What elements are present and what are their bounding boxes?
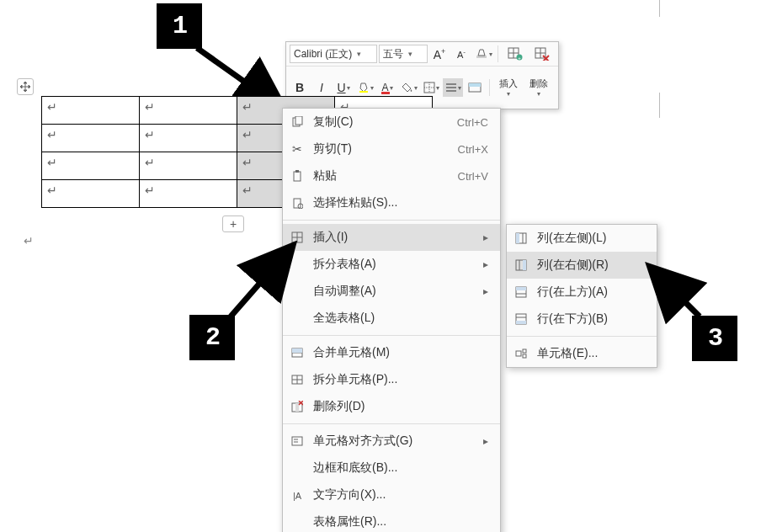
delete-table-icon: [535, 47, 550, 61]
delete-dropdown[interactable]: [530, 45, 555, 63]
underline-button[interactable]: U▾: [333, 78, 354, 97]
insert-table-icon: +: [508, 47, 523, 61]
menu-split-table[interactable]: 拆分表格(A): [283, 251, 500, 278]
highlight-button[interactable]: ▾: [355, 78, 375, 97]
menu-shortcut: Ctrl+X: [458, 143, 488, 156]
scissors-icon: ✂: [290, 142, 305, 156]
merge-cells-icon: [290, 348, 305, 358]
add-row-button[interactable]: +: [222, 215, 244, 232]
menu-insert[interactable]: 插入(I): [283, 224, 500, 251]
menu-separator: [283, 335, 500, 336]
clipboard-icon: [290, 170, 305, 182]
menu-label: 单元格对齐方式(G): [313, 434, 475, 449]
page-edge: [659, 0, 660, 17]
decrease-font-size-button[interactable]: A-: [451, 45, 471, 63]
svg-rect-13: [381, 92, 390, 94]
bold-button[interactable]: B: [290, 78, 310, 97]
menu-paste[interactable]: 粘贴 Ctrl+V: [283, 162, 500, 189]
paragraph-mark: ↵: [24, 234, 34, 247]
cell-align-icon: [290, 436, 305, 446]
cells-icon: [514, 348, 529, 359]
align-button[interactable]: ▾: [443, 78, 463, 97]
submenu-arrow-icon: [483, 258, 488, 270]
svg-rect-24: [294, 172, 301, 181]
font-size-value: 五号: [383, 47, 403, 61]
menu-shortcut: Ctrl+C: [457, 116, 488, 129]
table-cell[interactable]: ↵: [140, 152, 237, 180]
menu-paste-special[interactable]: 选择性粘贴(S)...: [283, 189, 500, 216]
clear-format-button[interactable]: ▾: [473, 45, 493, 63]
svg-rect-26: [294, 199, 301, 208]
menu-select-all[interactable]: 全选表格(L): [283, 305, 500, 332]
col-left-icon: [514, 232, 529, 244]
menu-separator: [283, 220, 500, 221]
menu-table-props[interactable]: 表格属性(R)...: [283, 508, 500, 532]
svg-rect-23: [295, 116, 302, 125]
menu-label: 拆分表格(A): [313, 257, 475, 272]
submenu-arrow-icon: [483, 231, 488, 243]
context-menu: 复制(C) Ctrl+C ✂ 剪切(T) Ctrl+X 粘贴 Ctrl+V 选择…: [282, 108, 501, 532]
menu-label: 选择性粘贴(S)...: [313, 195, 488, 210]
menu-merge-cells[interactable]: 合并单元格(M): [283, 339, 500, 366]
table-move-handle[interactable]: [17, 78, 34, 95]
menu-shortcut: Ctrl+V: [458, 170, 488, 183]
table-cell[interactable]: ↵: [42, 125, 140, 152]
table-cell[interactable]: ↵: [42, 152, 140, 180]
table-cell[interactable]: ↵: [140, 125, 237, 152]
submenu-col-right[interactable]: 列(在右侧)(R): [507, 252, 657, 279]
svg-rect-12: [359, 91, 368, 93]
page-edge: [659, 93, 660, 118]
menu-label: 表格属性(R)...: [313, 514, 488, 529]
text-direction-icon: |A: [290, 488, 305, 502]
menu-separator: [283, 423, 500, 424]
delete-dropdown-label[interactable]: 删除▾: [524, 69, 553, 106]
menu-label: 粘贴: [313, 168, 424, 184]
svg-rect-21: [469, 83, 481, 87]
menu-cell-align[interactable]: 单元格对齐方式(G): [283, 428, 500, 455]
font-size-combo[interactable]: 五号▾: [379, 45, 428, 63]
menu-borders[interactable]: 边框和底纹(B)...: [283, 455, 500, 481]
submenu-arrow-icon: [483, 435, 488, 447]
insert-dropdown[interactable]: +: [503, 45, 528, 63]
insert-dropdown-label[interactable]: 插入▾: [494, 69, 523, 106]
delete-col-icon: [290, 401, 305, 412]
svg-rect-38: [295, 403, 299, 412]
font-name-value: Calibri (正文): [294, 47, 352, 61]
svg-rect-25: [295, 170, 299, 173]
menu-label: 删除列(D): [313, 399, 488, 414]
table-cell[interactable]: ↵: [140, 97, 237, 125]
svg-text:+: +: [518, 56, 521, 61]
submenu-col-left[interactable]: 列(在左侧)(L): [507, 225, 657, 252]
annotation-3: 3: [692, 316, 737, 361]
table-cell[interactable]: ↵: [42, 97, 140, 125]
increase-font-size-button[interactable]: A+: [429, 45, 450, 63]
svg-rect-54: [516, 321, 526, 324]
menu-autofit[interactable]: 自动调整(A): [283, 278, 500, 305]
menu-delete-col[interactable]: 删除列(D): [283, 393, 500, 420]
shading-button[interactable]: ▾: [399, 78, 419, 97]
menu-copy[interactable]: 复制(C) Ctrl+C: [283, 109, 500, 136]
menu-label: 剪切(T): [313, 141, 424, 157]
submenu-row-above[interactable]: 行(在上方)(A): [507, 279, 657, 306]
merge-button[interactable]: [465, 78, 485, 97]
font-name-combo[interactable]: Calibri (正文)▾: [290, 45, 377, 63]
paste-special-icon: [290, 197, 305, 209]
svg-rect-33: [292, 348, 302, 353]
table-cell[interactable]: ↵: [140, 180, 237, 208]
svg-rect-56: [516, 351, 521, 356]
menu-label: 自动调整(A): [313, 284, 475, 299]
italic-button[interactable]: I: [311, 78, 332, 97]
svg-rect-57: [523, 349, 526, 353]
insert-submenu: 列(在左侧)(L) 列(在右侧)(R) 行(在上方)(A) 行(在下方)(B) …: [506, 224, 657, 368]
font-color-button[interactable]: A▾: [377, 78, 397, 97]
menu-cut[interactable]: ✂ 剪切(T) Ctrl+X: [283, 136, 500, 162]
menu-text-dir[interactable]: |A 文字方向(X)...: [283, 481, 500, 508]
table-cell[interactable]: ↵: [42, 180, 140, 208]
split-cells-icon: [290, 375, 305, 385]
menu-split-cells[interactable]: 拆分单元格(P)...: [283, 366, 500, 393]
svg-line-59: [231, 249, 290, 317]
submenu-row-below[interactable]: 行(在下方)(B): [507, 306, 657, 332]
menu-label: 拆分单元格(P)...: [313, 372, 488, 387]
borders-button[interactable]: ▾: [421, 78, 441, 97]
submenu-cells[interactable]: 单元格(E)...: [507, 340, 657, 367]
